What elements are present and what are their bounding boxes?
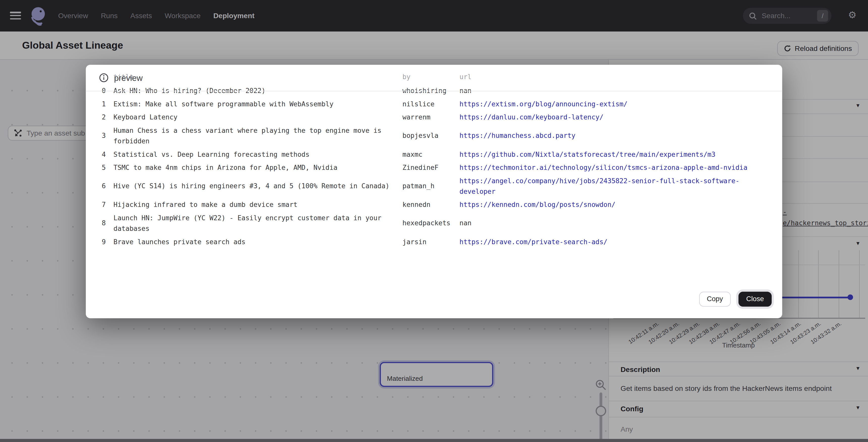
dialog-header: preview	[86, 65, 782, 91]
app-root: OverviewRunsAssetsWorkspaceDeployment Se…	[0, 0, 868, 442]
cell-title: Brave launches private search ads	[106, 235, 403, 249]
cell-title: Statistical vs. Deep Learning forecastin…	[106, 148, 403, 161]
cell-index: 6	[96, 175, 105, 198]
cell-by: ZinedineF	[403, 161, 460, 175]
cell-index: 9	[96, 235, 105, 249]
cell-index: 5	[96, 161, 105, 175]
cell-by: hexedpackets	[403, 212, 460, 235]
url-link[interactable]: https://techmonitor.ai/technology/silico…	[460, 163, 747, 171]
cell-url: https://github.com/Nixtla/statsforecast/…	[460, 148, 772, 161]
cell-title: Keyboard Latency	[106, 110, 403, 124]
table-row: 3Human Chess is a chess variant where pl…	[96, 124, 772, 148]
cell-index: 1	[96, 97, 105, 111]
cell-url: nan	[460, 212, 772, 235]
copy-button[interactable]: Copy	[699, 291, 731, 306]
cell-by: kennedn	[403, 198, 460, 212]
table-row: 9Brave launches private search adsjarsin…	[96, 235, 772, 249]
table-row: 1Extism: Make all software programmable …	[96, 97, 772, 111]
cell-url: https://angel.co/company/hive/jobs/24358…	[460, 175, 772, 198]
preview-dialog: preview title by url 0Ask HN: Who is hir…	[86, 65, 782, 318]
cell-url: https://danluu.com/keyboard-latency/	[460, 110, 772, 124]
dialog-footer: Copy Close	[86, 286, 782, 318]
cell-url: https://kennedn.com/blog/posts/snowdon/	[460, 198, 772, 212]
url-link[interactable]: https://kennedn.com/blog/posts/snowdon/	[460, 200, 616, 209]
cell-title: Hive (YC S14) is hiring engineers #3, 4 …	[106, 175, 403, 198]
table-row: 7Hijacking infrared to make a dumb devic…	[96, 198, 772, 212]
url-link[interactable]: https://angel.co/company/hive/jobs/24358…	[460, 177, 740, 195]
cell-index: 3	[96, 124, 105, 148]
cell-by: bopjesvla	[403, 124, 460, 148]
cell-title: TSMC to make 4nm chips in Arizona for Ap…	[106, 161, 403, 175]
table-row: 2Keyboard Latencywarrenmhttps://danluu.c…	[96, 110, 772, 124]
cell-by: nilslice	[403, 97, 460, 111]
url-link[interactable]: https://github.com/Nixtla/statsforecast/…	[460, 150, 715, 158]
cell-index: 2	[96, 110, 105, 124]
table-row: 4Statistical vs. Deep Learning forecasti…	[96, 148, 772, 161]
dialog-title: preview	[114, 73, 143, 83]
cell-url: https://brave.com/private-search-ads/	[460, 235, 772, 249]
url-link[interactable]: https://danluu.com/keyboard-latency/	[460, 113, 603, 121]
url-link[interactable]: https://brave.com/private-search-ads/	[460, 238, 608, 246]
cell-url: https://extism.org/blog/announcing-extis…	[460, 97, 772, 111]
table-row: 6Hive (YC S14) is hiring engineers #3, 4…	[96, 175, 772, 198]
preview-table: title by url 0Ask HN: Who is hiring? (De…	[96, 72, 772, 249]
cell-url: https://humanchess.abcd.party	[460, 124, 772, 148]
url-link[interactable]: https://extism.org/blog/announcing-extis…	[460, 100, 627, 107]
cell-by: warrenm	[403, 110, 460, 124]
cell-by: patman_h	[403, 175, 460, 198]
table-row: 8Launch HN: JumpWire (YC W22) - Easily e…	[96, 212, 772, 235]
cell-title: Human Chess is a chess variant where pla…	[106, 124, 403, 148]
cell-title: Hijacking infrared to make a dumb device…	[106, 198, 403, 212]
close-button[interactable]: Close	[739, 291, 772, 306]
cell-index: 4	[96, 148, 105, 161]
table-row: 5TSMC to make 4nm chips in Arizona for A…	[96, 161, 772, 175]
cell-url: https://techmonitor.ai/technology/silico…	[460, 161, 772, 175]
cell-by: jarsin	[403, 235, 460, 249]
cell-title: Extism: Make all software programmable w…	[106, 97, 403, 111]
cell-index: 7	[96, 198, 105, 212]
cell-title: Launch HN: JumpWire (YC W22) - Easily en…	[106, 212, 403, 235]
url-link[interactable]: https://humanchess.abcd.party	[460, 132, 576, 139]
cell-by: maxmc	[403, 148, 460, 161]
info-icon	[99, 73, 108, 83]
cell-index: 8	[96, 212, 105, 235]
